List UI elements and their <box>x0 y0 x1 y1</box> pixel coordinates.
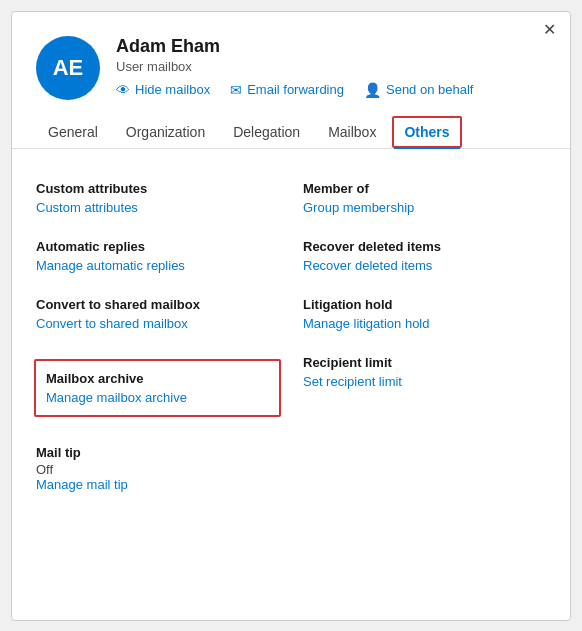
mail-tip-section: Mail tip Off Manage mail tip <box>36 433 546 492</box>
content-area: Custom attributes Custom attributes Memb… <box>12 149 570 512</box>
litigation-hold-title: Litigation hold <box>303 297 546 312</box>
litigation-hold-section: Litigation hold Manage litigation hold <box>291 285 546 343</box>
tab-others[interactable]: Others <box>392 116 461 148</box>
mailbox-archive-link[interactable]: Manage mailbox archive <box>46 390 269 405</box>
close-button[interactable]: ✕ <box>543 22 556 38</box>
group-membership-link[interactable]: Group membership <box>303 200 546 215</box>
mailbox-archive-section: Mailbox archive Manage mailbox archive <box>36 343 291 433</box>
send-on-behalf-label: Send on behalf <box>386 82 473 97</box>
tab-mailbox[interactable]: Mailbox <box>316 116 388 148</box>
hide-mailbox-action[interactable]: 👁 Hide mailbox <box>116 82 210 98</box>
user-type: User mailbox <box>116 59 546 74</box>
mail-tip-title: Mail tip <box>36 445 546 460</box>
avatar: AE <box>36 36 100 100</box>
user-name: Adam Eham <box>116 36 546 57</box>
custom-attributes-title: Custom attributes <box>36 181 279 196</box>
recipient-limit-title: Recipient limit <box>303 355 546 370</box>
recover-deleted-section: Recover deleted items Recover deleted it… <box>291 227 546 285</box>
custom-attributes-section: Custom attributes Custom attributes <box>36 169 291 227</box>
header: AE Adam Eham User mailbox 👁 Hide mailbox… <box>12 12 570 116</box>
email-forwarding-icon: ✉ <box>230 82 242 98</box>
litigation-hold-link[interactable]: Manage litigation hold <box>303 316 546 331</box>
header-actions: 👁 Hide mailbox ✉ Email forwarding 👤 Send… <box>116 82 546 98</box>
manage-mail-tip-link[interactable]: Manage mail tip <box>36 477 546 492</box>
recover-deleted-title: Recover deleted items <box>303 239 546 254</box>
automatic-replies-section: Automatic replies Manage automatic repli… <box>36 227 291 285</box>
mail-tip-value: Off <box>36 462 546 477</box>
mailbox-archive-title: Mailbox archive <box>46 371 269 386</box>
mailbox-archive-highlight: Mailbox archive Manage mailbox archive <box>34 359 281 417</box>
recipient-limit-link[interactable]: Set recipient limit <box>303 374 546 389</box>
tabs-bar: General Organization Delegation Mailbox … <box>12 116 570 149</box>
header-info: Adam Eham User mailbox 👁 Hide mailbox ✉ … <box>116 36 546 98</box>
tab-organization[interactable]: Organization <box>114 116 217 148</box>
member-of-section: Member of Group membership <box>291 169 546 227</box>
hide-mailbox-icon: 👁 <box>116 82 130 98</box>
convert-shared-section: Convert to shared mailbox Convert to sha… <box>36 285 291 343</box>
recover-deleted-link[interactable]: Recover deleted items <box>303 258 546 273</box>
custom-attributes-link[interactable]: Custom attributes <box>36 200 279 215</box>
panel: ✕ AE Adam Eham User mailbox 👁 Hide mailb… <box>11 11 571 621</box>
send-on-behalf-action[interactable]: 👤 Send on behalf <box>364 82 473 98</box>
automatic-replies-title: Automatic replies <box>36 239 279 254</box>
manage-automatic-replies-link[interactable]: Manage automatic replies <box>36 258 279 273</box>
member-of-title: Member of <box>303 181 546 196</box>
hide-mailbox-label: Hide mailbox <box>135 82 210 97</box>
send-on-behalf-icon: 👤 <box>364 82 381 98</box>
email-forwarding-action[interactable]: ✉ Email forwarding <box>230 82 344 98</box>
convert-shared-title: Convert to shared mailbox <box>36 297 279 312</box>
convert-shared-link[interactable]: Convert to shared mailbox <box>36 316 279 331</box>
tab-delegation[interactable]: Delegation <box>221 116 312 148</box>
email-forwarding-label: Email forwarding <box>247 82 344 97</box>
recipient-limit-section: Recipient limit Set recipient limit <box>291 343 546 433</box>
tab-general[interactable]: General <box>36 116 110 148</box>
